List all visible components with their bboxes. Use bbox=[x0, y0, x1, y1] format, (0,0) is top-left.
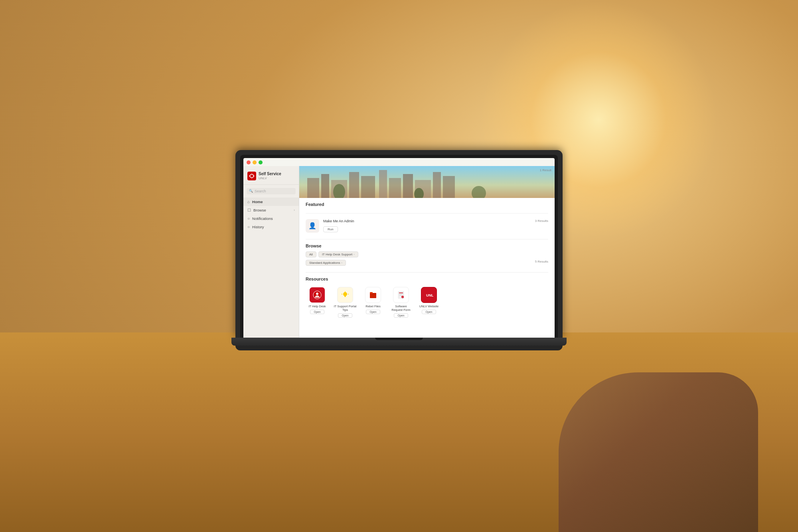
it-support-tips-name: IT Support Portal Tips bbox=[334, 305, 357, 312]
sidebar-item-history[interactable]: ○ History bbox=[243, 223, 299, 231]
svg-rect-24 bbox=[370, 292, 373, 294]
browse-tag-all[interactable]: All bbox=[306, 251, 316, 257]
svg-point-16 bbox=[316, 293, 318, 295]
search-placeholder: Search bbox=[255, 189, 266, 193]
browse-tags: All IT Help Desk Support › bbox=[306, 251, 548, 257]
browse-title: Browse bbox=[306, 243, 322, 248]
sidebar: Self Service UNLV 🔍 Search ⌂ Home bbox=[243, 166, 299, 338]
browse-tag-all-label: All bbox=[309, 253, 313, 256]
keyboard-area bbox=[235, 346, 563, 350]
featured-item-name: Make Me An Admin bbox=[323, 219, 531, 223]
it-help-desk-name: IT Help Desk bbox=[308, 305, 326, 308]
featured-item-icon-box: 👤 bbox=[306, 219, 319, 233]
main-content: 1 Result Featured 👤 Ma bbox=[299, 166, 555, 338]
software-request-name: Software Request Form bbox=[389, 305, 413, 312]
run-button[interactable]: Run bbox=[323, 226, 338, 232]
app-subtitle: UNLV bbox=[259, 176, 281, 180]
svg-rect-8 bbox=[403, 174, 413, 198]
sidebar-item-browse[interactable]: ☐ Browse › bbox=[243, 206, 299, 214]
unlv-website-open-button[interactable]: Open bbox=[422, 310, 436, 314]
browse-tags-row2: Standard Applications › 5 Results bbox=[306, 260, 548, 266]
search-icon: 🔍 bbox=[249, 189, 253, 193]
svg-rect-19 bbox=[344, 296, 346, 297]
admin-icon: 👤 bbox=[308, 222, 316, 229]
resource-item-it-support-tips: IT Support Portal Tips Open bbox=[334, 287, 357, 318]
rebel-files-open-button[interactable]: Open bbox=[366, 310, 380, 314]
history-icon: ○ bbox=[247, 225, 250, 229]
it-support-tips-open-button[interactable]: Open bbox=[338, 313, 352, 318]
featured-section: Featured 👤 Make Me An Admin Run 3 Resu bbox=[299, 198, 555, 239]
svg-point-18 bbox=[343, 292, 347, 296]
resource-item-rebel-files: Rebel Files Open bbox=[361, 287, 385, 318]
sidebar-header: Self Service UNLV bbox=[243, 169, 299, 185]
maximize-button[interactable] bbox=[259, 160, 263, 164]
software-request-icon-box bbox=[393, 287, 409, 303]
rebel-files-icon-box bbox=[365, 287, 381, 303]
svg-rect-6 bbox=[379, 170, 387, 198]
unlv-website-name: UNLV Website bbox=[419, 305, 439, 308]
it-help-desk-open-button[interactable]: Open bbox=[310, 310, 324, 314]
svg-rect-1 bbox=[307, 178, 319, 198]
sidebar-item-notifications[interactable]: ○ Notifications bbox=[243, 214, 299, 223]
featured-result-count: 3 Results bbox=[535, 219, 548, 223]
laptop-notch bbox=[375, 338, 423, 340]
svg-rect-28 bbox=[399, 295, 402, 295]
sidebar-item-label-history: History bbox=[252, 225, 264, 229]
browse-tag-it-help-label: IT Help Desk Support bbox=[322, 253, 352, 256]
sidebar-item-label-home: Home bbox=[252, 200, 263, 204]
svg-rect-2 bbox=[321, 174, 329, 198]
it-support-tips-icon-box bbox=[337, 287, 353, 303]
resource-item-unlv-website: UNLV UNLV Website Open bbox=[417, 287, 440, 318]
person-hand-overlay bbox=[559, 372, 758, 532]
app-logo bbox=[247, 172, 256, 180]
svg-rect-11 bbox=[443, 176, 455, 198]
sidebar-item-label-browse: Browse bbox=[253, 208, 266, 212]
svg-rect-4 bbox=[349, 172, 359, 198]
svg-rect-7 bbox=[389, 178, 401, 198]
chevron-right-icon: › bbox=[354, 253, 354, 256]
browse-tag-it-help[interactable]: IT Help Desk Support › bbox=[318, 251, 358, 257]
software-request-open-button[interactable]: Open bbox=[394, 313, 408, 318]
rebel-files-name: Rebel Files bbox=[365, 305, 381, 308]
window-chrome bbox=[243, 158, 555, 166]
chevron-right-icon: › bbox=[294, 208, 295, 212]
app-title: Self Service bbox=[259, 172, 281, 176]
chevron-right-icon: › bbox=[341, 261, 342, 264]
featured-title: Featured bbox=[306, 202, 324, 207]
laptop-base bbox=[231, 338, 567, 346]
resources-grid: IT Help Desk Open bbox=[306, 285, 548, 320]
featured-item-info: Make Me An Admin Run bbox=[323, 219, 531, 232]
resource-item-it-help-desk: IT Help Desk Open bbox=[306, 287, 329, 318]
minimize-button[interactable] bbox=[253, 160, 257, 164]
svg-rect-27 bbox=[399, 294, 403, 294]
home-icon: ⌂ bbox=[247, 200, 250, 204]
featured-item: 👤 Make Me An Admin Run 3 Results bbox=[306, 217, 548, 235]
it-help-desk-icon-box bbox=[309, 287, 325, 303]
browse-tag-standard-label: Standard Applications bbox=[309, 261, 340, 265]
search-bar[interactable]: 🔍 Search bbox=[247, 188, 296, 194]
browse-tag-standard-apps[interactable]: Standard Applications › bbox=[306, 260, 346, 266]
app-window: Self Service UNLV 🔍 Search ⌂ Home bbox=[243, 166, 555, 338]
hero-banner: 1 Result bbox=[299, 166, 555, 198]
browse-icon: ☐ bbox=[247, 208, 251, 212]
svg-rect-26 bbox=[399, 293, 403, 293]
hero-result-count: 1 Result bbox=[540, 168, 551, 172]
svg-rect-5 bbox=[361, 176, 375, 198]
svg-rect-10 bbox=[433, 172, 441, 198]
sidebar-item-home[interactable]: ⌂ Home bbox=[243, 198, 299, 206]
browse-section: Browse All IT Help Desk Support › bbox=[299, 239, 555, 272]
unlv-website-icon-box: UNLV bbox=[421, 287, 437, 303]
sidebar-item-label-notifications: Notifications bbox=[252, 216, 273, 221]
resources-title: Resources bbox=[306, 277, 548, 281]
notifications-icon: ○ bbox=[247, 216, 250, 221]
resources-section: Resources bbox=[299, 273, 555, 324]
svg-text:UNLV: UNLV bbox=[426, 293, 433, 297]
hero-image bbox=[299, 166, 555, 198]
close-button[interactable] bbox=[247, 160, 251, 164]
browse-result-count: 5 Results bbox=[535, 260, 548, 266]
resource-item-software-request: Software Request Form Open bbox=[389, 287, 413, 318]
